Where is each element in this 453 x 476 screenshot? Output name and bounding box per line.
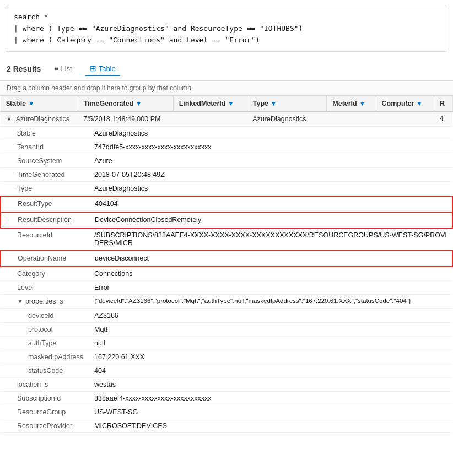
- detail-row: SubscriptionId 838aaef4-xxxx-xxxx-xxxx-x…: [1, 392, 452, 405]
- sub-detail-value: null: [89, 337, 452, 350]
- filter-icon-time[interactable]: ▼: [136, 100, 142, 107]
- sub-detail-key: authType: [1, 337, 89, 350]
- results-count: 2 Results: [7, 64, 41, 73]
- detail-key: ResultDescription: [1, 213, 89, 226]
- detail-value: Azure: [89, 154, 452, 167]
- detail-key: SourceSystem: [1, 154, 89, 167]
- detail-key: Type: [1, 182, 89, 195]
- main-row-time: 7/5/2018 1:48:49.000 PM: [78, 112, 173, 127]
- main-row-linked: [173, 112, 247, 127]
- expand-button[interactable]: AzureDiagnostics: [1, 112, 78, 127]
- table-header-row: $table ▼ TimeGenerated ▼ LinkedMeterId ▼: [1, 96, 452, 112]
- filter-icon-type[interactable]: ▼: [271, 100, 277, 107]
- th-r[interactable]: R: [434, 96, 452, 112]
- sub-detail-value: 167.220.61.XXX: [89, 350, 452, 364]
- sub-detail-value: Mqtt: [89, 323, 452, 336]
- filter-icon-linked[interactable]: ▼: [228, 100, 234, 107]
- detail-key: Level: [1, 281, 89, 294]
- detail-key: ResourceProvider: [1, 419, 89, 432]
- tab-table[interactable]: ⊞ Table: [85, 62, 120, 76]
- detail-row: ResourceGroup US-WEST-SG: [1, 405, 452, 419]
- detail-value: 2018-07-05T20:48:49Z: [89, 168, 452, 181]
- detail-row: ResourceId /SUBSCRIPTIONS/838AAEF4-XXXX-…: [1, 228, 452, 251]
- detail-value: US-WEST-SG: [89, 405, 452, 419]
- detail-key: location_s: [1, 378, 89, 391]
- query-box: search * | where ( Type == "AzureDiagnos…: [6, 6, 447, 52]
- detail-row: Level Error: [1, 281, 452, 295]
- detail-row: $table AzureDiagnostics: [1, 127, 452, 141]
- query-line-3: | where ( Category == "Connections" and …: [14, 35, 439, 46]
- detail-value: Error: [89, 281, 452, 294]
- sub-detail-key: deviceId: [1, 309, 89, 322]
- detail-value: Connections: [89, 267, 452, 280]
- sub-detail-row: maskedIpAddress 167.220.61.XXX: [1, 350, 452, 364]
- detail-row: ResultType 404104: [1, 196, 452, 212]
- query-line-1: search *: [14, 12, 439, 23]
- sub-detail-row: authType null: [1, 337, 452, 350]
- detail-value: 404104: [89, 197, 452, 210]
- sub-detail-value: AZ3166: [89, 309, 452, 322]
- detail-key: ResultType: [1, 197, 89, 210]
- detail-row: SourceSystem Azure: [1, 154, 452, 168]
- data-table: $table ▼ TimeGenerated ▼ LinkedMeterId ▼: [0, 96, 453, 433]
- main-row-type: AzureDiagnostics: [247, 112, 326, 127]
- th-meterid[interactable]: MeterId ▼: [327, 96, 376, 112]
- detail-value: {"deviceId":"AZ3166","protocol":"Mqtt","…: [89, 295, 452, 308]
- table-row-main[interactable]: AzureDiagnostics 7/5/2018 1:48:49.000 PM…: [1, 112, 452, 127]
- sub-detail-key: statusCode: [1, 364, 89, 377]
- th-linkedmeterid[interactable]: LinkedMeterId ▼: [173, 96, 247, 112]
- expand-arrow[interactable]: [6, 116, 12, 122]
- detail-key: $table: [1, 127, 89, 140]
- detail-row: TenantId 747ddfe5-xxxx-xxxx-xxxx-xxxxxxx…: [1, 140, 452, 154]
- detail-key: OperationName: [1, 252, 89, 265]
- detail-row: Category Connections: [1, 267, 452, 281]
- main-row-meter: [327, 112, 376, 127]
- detail-value: /SUBSCRIPTIONS/838AAEF4-XXXX-XXXX-XXXX-X…: [89, 229, 452, 250]
- detail-key: Category: [1, 267, 89, 280]
- th-computer[interactable]: Computer ▼: [376, 96, 434, 112]
- results-bar: 2 Results ≡ List ⊞ Table: [0, 57, 453, 81]
- sub-expand-arrow[interactable]: [17, 298, 23, 305]
- table-container: $table ▼ TimeGenerated ▼ LinkedMeterId ▼: [0, 96, 453, 433]
- tab-list-label: List: [61, 64, 72, 73]
- sub-detail-key: maskedIpAddress: [1, 350, 89, 364]
- detail-key: SubscriptionId: [1, 392, 89, 405]
- sub-detail-value: 404: [89, 364, 452, 377]
- detail-row: properties_s {"deviceId":"AZ3166","proto…: [1, 295, 452, 309]
- th-stable[interactable]: $table ▼: [1, 96, 78, 112]
- query-line-2: | where ( Type == "AzureDiagnostics" and…: [14, 23, 439, 35]
- detail-row: ResultDescription DeviceConnectionClosed…: [1, 212, 452, 228]
- detail-row: Type AzureDiagnostics: [1, 182, 452, 196]
- detail-row: TimeGenerated 2018-07-05T20:48:49Z: [1, 168, 452, 182]
- detail-key: TimeGenerated: [1, 168, 89, 181]
- detail-value: 747ddfe5-xxxx-xxxx-xxxx-xxxxxxxxxxx: [89, 140, 452, 154]
- detail-value: westus: [89, 378, 452, 391]
- drag-hint: Drag a column header and drop it here to…: [0, 81, 453, 96]
- detail-row: location_s westus: [1, 378, 452, 392]
- sub-detail-row: protocol Mqtt: [1, 323, 452, 337]
- sub-detail-row: deviceId AZ3166: [1, 309, 452, 323]
- main-row-computer: [376, 112, 434, 127]
- main-row-stable: AzureDiagnostics: [16, 115, 69, 123]
- detail-value: MICROSOFT.DEVICES: [89, 419, 452, 432]
- detail-key: properties_s: [1, 295, 89, 308]
- tab-table-label: Table: [99, 64, 116, 73]
- detail-key: TenantId: [1, 140, 89, 154]
- filter-icon-computer[interactable]: ▼: [417, 100, 423, 107]
- detail-key: ResourceGroup: [1, 405, 89, 419]
- filter-icon-stable[interactable]: ▼: [28, 100, 34, 107]
- filter-icon-meter[interactable]: ▼: [359, 100, 365, 107]
- detail-row: ResourceProvider MICROSOFT.DEVICES: [1, 419, 452, 433]
- list-icon: ≡: [54, 64, 58, 73]
- detail-key: ResourceId: [1, 229, 89, 250]
- detail-value: AzureDiagnostics: [89, 127, 452, 140]
- detail-value: DeviceConnectionClosedRemotely: [89, 213, 452, 226]
- th-type[interactable]: Type ▼: [247, 96, 326, 112]
- th-timegenerated[interactable]: TimeGenerated ▼: [78, 96, 173, 112]
- sub-detail-row: statusCode 404: [1, 364, 452, 378]
- detail-value: deviceDisconnect: [89, 252, 452, 265]
- tab-list[interactable]: ≡ List: [50, 62, 76, 76]
- detail-value: AzureDiagnostics: [89, 182, 452, 195]
- detail-row: OperationName deviceDisconnect: [1, 251, 452, 267]
- detail-value: 838aaef4-xxxx-xxxx-xxxx-xxxxxxxxxxx: [89, 392, 452, 405]
